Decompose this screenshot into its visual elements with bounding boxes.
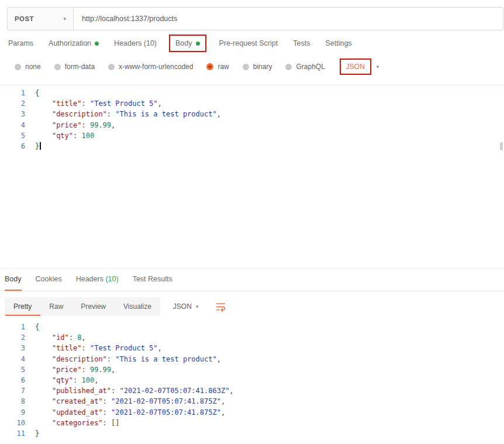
response-tab-headers-label: Headers: [76, 275, 103, 283]
code-line-text: "title": "Test Product 5",: [25, 343, 162, 353]
response-tabs: Body Cookies Headers (10) Test Results: [0, 269, 504, 291]
response-tab-test-results[interactable]: Test Results: [133, 269, 172, 291]
code-line: 3 "title": "Test Product 5",: [0, 343, 504, 353]
radio-none-label: none: [25, 63, 41, 71]
green-dot-icon: [196, 42, 200, 46]
code-line-text: "price": 99.99,: [25, 364, 115, 375]
code-line: 3 "description": "This is a test product…: [0, 109, 504, 119]
radio-binary[interactable]: binary: [243, 63, 272, 71]
line-number: 7: [0, 386, 25, 396]
response-tab-cookies[interactable]: Cookies: [36, 269, 62, 291]
tab-tests[interactable]: Tests: [293, 39, 310, 47]
code-line: 2 "title": "Test Product 5",: [0, 98, 504, 109]
body-type-row: none form-data x-www-form-urlencoded raw…: [0, 56, 504, 77]
scrollbar-thumb[interactable]: [500, 142, 503, 150]
code-line: 1{: [0, 322, 504, 332]
code-line: 9 "updated_at": "2021-02-07T05:07:41.875…: [0, 407, 504, 418]
chevron-down-icon[interactable]: ▾: [377, 64, 379, 70]
line-number: 2: [0, 332, 25, 343]
code-line: 5 "qty": 100: [0, 130, 504, 141]
line-number: 2: [0, 98, 25, 109]
code-line-text: "published_at": "2021-02-07T05:07:41.863…: [25, 386, 234, 396]
radio-selected-icon: [206, 63, 213, 70]
response-editor-lines: 1{2 "id": 8,3 "title": "Test Product 5",…: [0, 322, 504, 439]
language-dropdown[interactable]: JSON: [346, 63, 365, 71]
tab-pre-request-script[interactable]: Pre-request Script: [219, 39, 278, 47]
radio-binary-label: binary: [253, 63, 272, 71]
code-line-text: }: [25, 428, 39, 439]
radio-graphql[interactable]: GraphQL: [285, 63, 325, 71]
line-number: 3: [0, 343, 25, 353]
line-number: 1: [0, 322, 25, 332]
code-line: 2 "id": 8,: [0, 332, 504, 343]
code-line-text: {: [25, 88, 39, 98]
response-language-dropdown[interactable]: JSON ▾: [173, 302, 199, 311]
radio-x-www-form-urlencoded[interactable]: x-www-form-urlencoded: [108, 63, 193, 71]
response-tab-headers[interactable]: Headers (10): [76, 269, 119, 291]
radio-icon: [243, 64, 249, 70]
view-visualize-button[interactable]: Visualize: [115, 297, 160, 316]
tab-settings[interactable]: Settings: [325, 39, 351, 47]
tab-headers[interactable]: Headers (10): [114, 39, 157, 47]
radio-icon: [54, 64, 61, 70]
response-body-editor: 1{2 "id": 8,3 "title": "Test Product 5",…: [0, 319, 504, 439]
code-line-text: "qty": 100: [25, 130, 94, 141]
code-line: 7 "published_at": "2021-02-07T05:07:41.8…: [0, 386, 504, 396]
code-line: 11}: [0, 428, 504, 439]
code-line: 8 "created_at": "2021-02-07T05:07:41.875…: [0, 396, 504, 407]
line-number: 5: [0, 130, 25, 141]
request-url-bar: POST ▾: [7, 7, 503, 30]
code-line: 4 "description": "This is a test product…: [0, 354, 504, 364]
tab-authorization-label: Authorization: [49, 39, 91, 47]
line-number: 8: [0, 396, 25, 407]
method-dropdown[interactable]: POST ▾: [7, 7, 74, 30]
radio-urlencoded-label: x-www-form-urlencoded: [119, 63, 193, 71]
code-line-text: "description": "This is a test product",: [25, 109, 221, 119]
green-dot-icon: [95, 42, 99, 46]
response-language-label: JSON: [173, 302, 192, 311]
code-line-text: {: [25, 322, 39, 332]
line-number: 4: [0, 120, 25, 130]
tab-body-label: Body: [175, 39, 192, 47]
view-raw-button[interactable]: Raw: [40, 297, 72, 316]
view-preview-button[interactable]: Preview: [72, 297, 115, 316]
radio-none[interactable]: none: [15, 63, 41, 71]
method-label: POST: [15, 15, 34, 22]
url-input[interactable]: [73, 7, 503, 30]
line-number: 1: [0, 88, 25, 98]
line-number: 6: [0, 141, 25, 152]
line-number: 9: [0, 407, 25, 418]
radio-form-data-label: form-data: [65, 63, 95, 71]
chevron-down-icon: ▾: [63, 16, 66, 22]
tab-authorization[interactable]: Authorization: [49, 39, 99, 47]
request-tabs: Params Authorization Headers (10) Body P…: [0, 30, 504, 56]
response-toolbar: Pretty Raw Preview Visualize JSON ▾: [5, 297, 499, 316]
annotation-box-body-tab: Body: [169, 35, 206, 52]
code-line: 10 "categories": []: [0, 418, 504, 428]
code-line-text: "price": 99.99,: [25, 120, 115, 130]
response-tab-body[interactable]: Body: [5, 269, 22, 291]
code-line-text: "updated_at": "2021-02-07T05:07:41.875Z"…: [25, 407, 225, 418]
tab-body[interactable]: Body: [175, 39, 200, 47]
code-line: 5 "price": 99.99,: [0, 364, 504, 375]
code-line: 6 "qty": 100,: [0, 375, 504, 386]
tab-params[interactable]: Params: [8, 39, 33, 47]
wrap-text-icon[interactable]: [216, 302, 226, 312]
code-line-text: }: [25, 141, 41, 152]
radio-icon: [15, 64, 21, 70]
code-line-text: "created_at": "2021-02-07T05:07:41.875Z"…: [25, 396, 225, 407]
radio-raw[interactable]: raw: [206, 63, 229, 71]
radio-graphql-label: GraphQL: [296, 63, 325, 71]
view-pretty-button[interactable]: Pretty: [5, 297, 40, 316]
code-line-text: "categories": []: [25, 418, 120, 428]
radio-icon: [285, 64, 292, 70]
request-body-editor[interactable]: 1{2 "title": "Test Product 5",3 "descrip…: [0, 85, 504, 269]
code-line-text: "title": "Test Product 5",: [25, 98, 162, 109]
line-number: 10: [0, 418, 25, 428]
radio-form-data[interactable]: form-data: [54, 63, 95, 71]
line-number: 5: [0, 364, 25, 375]
line-number: 3: [0, 109, 25, 119]
annotation-box-json-dropdown: JSON: [340, 58, 371, 75]
code-line: 4 "price": 99.99,: [0, 120, 504, 130]
text-cursor: [40, 142, 41, 150]
